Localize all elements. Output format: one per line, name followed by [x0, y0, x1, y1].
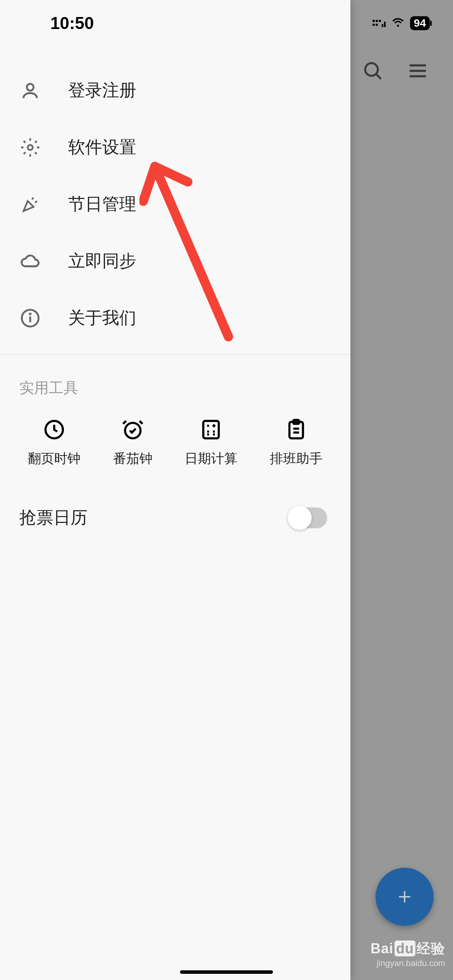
status-right: 94: [372, 16, 430, 31]
background-dim[interactable]: [350, 0, 453, 980]
tools-section-title: 实用工具: [0, 363, 350, 409]
menu-label: 节日管理: [68, 193, 136, 216]
alarm-icon: [120, 417, 145, 442]
tool-label: 日期计算: [185, 450, 237, 468]
toggle-knob: [288, 506, 312, 530]
svg-rect-19: [203, 421, 219, 439]
svg-line-17: [123, 421, 126, 424]
clipboard-icon: [284, 417, 309, 442]
svg-rect-37: [384, 22, 386, 27]
calculator-icon: [199, 417, 223, 442]
svg-line-10: [35, 201, 37, 202]
watermark: Baidu经验 jingyan.baidu.com: [371, 939, 445, 968]
svg-point-34: [372, 24, 375, 26]
menu-label: 登录注册: [68, 79, 136, 102]
search-icon[interactable]: [362, 60, 384, 83]
tool-pomodoro[interactable]: 番茄钟: [113, 417, 153, 468]
menu-item-login[interactable]: 登录注册: [0, 62, 350, 119]
menu-label: 软件设置: [68, 136, 136, 159]
svg-line-9: [32, 197, 33, 199]
app-topbar: [350, 60, 453, 83]
add-fab-button[interactable]: [376, 868, 434, 926]
tools-grid: 翻页时钟 番茄钟 日期计算 排班助手: [0, 409, 350, 487]
menu-item-about[interactable]: 关于我们: [0, 290, 350, 346]
svg-point-7: [27, 84, 33, 90]
menu-item-sync[interactable]: 立即同步: [0, 233, 350, 290]
party-icon: [19, 194, 41, 215]
wifi-icon: [391, 16, 405, 31]
svg-point-14: [30, 314, 31, 314]
signal-icon: [372, 19, 386, 28]
battery-indicator: 94: [410, 16, 430, 30]
status-bar: 10:50 94: [0, 0, 453, 46]
svg-line-18: [139, 421, 142, 424]
info-icon: [19, 307, 41, 329]
tool-date-calc[interactable]: 日期计算: [185, 417, 237, 468]
menu-label: 关于我们: [68, 307, 136, 329]
svg-rect-36: [382, 24, 383, 27]
tool-shift[interactable]: 排班助手: [270, 417, 323, 468]
gear-icon: [19, 137, 41, 158]
divider: [0, 354, 350, 355]
svg-point-31: [372, 20, 375, 22]
svg-point-8: [28, 145, 33, 150]
navigation-drawer: 登录注册 软件设置 节日管理 立即同步 关于我们: [0, 0, 350, 980]
tool-label: 番茄钟: [113, 450, 153, 468]
menu-item-holidays[interactable]: 节日管理: [0, 176, 350, 233]
home-indicator: [180, 970, 273, 974]
tool-label: 排班助手: [270, 450, 323, 468]
ticket-calendar-row: 抢票日历: [0, 487, 350, 548]
tool-flip-clock[interactable]: 翻页时钟: [28, 417, 81, 468]
svg-point-32: [376, 20, 378, 22]
svg-line-22: [213, 425, 215, 427]
menu-item-settings[interactable]: 软件设置: [0, 119, 350, 176]
menu-label: 立即同步: [68, 250, 136, 272]
tool-label: 翻页时钟: [28, 450, 81, 468]
menu-list: 登录注册 软件设置 节日管理 立即同步 关于我们: [0, 0, 350, 346]
svg-point-35: [376, 24, 378, 26]
svg-point-0: [365, 63, 378, 76]
status-time: 10:50: [50, 14, 94, 33]
ticket-toggle-label: 抢票日历: [19, 506, 88, 529]
cloud-icon: [19, 250, 41, 272]
ticket-toggle-switch[interactable]: [288, 507, 327, 528]
hamburger-menu-icon[interactable]: [407, 60, 429, 83]
svg-line-1: [376, 74, 381, 79]
clock-icon: [42, 417, 67, 442]
person-icon: [19, 80, 41, 101]
svg-point-33: [379, 20, 381, 22]
